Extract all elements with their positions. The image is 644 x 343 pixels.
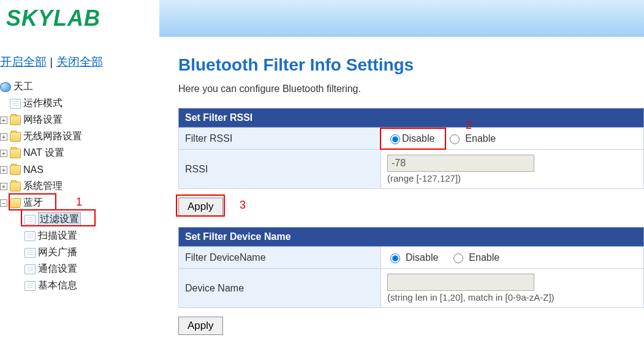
tree-item-wireless[interactable]: 无线网路设置: [23, 130, 82, 143]
header-banner: [159, 0, 644, 37]
rssi-input[interactable]: [387, 155, 534, 172]
tree-item-nat[interactable]: NAT 设置: [23, 147, 64, 160]
page-icon: [25, 231, 36, 241]
filter-rssi-header: Set Filter RSSI: [179, 109, 644, 128]
folder-icon: [10, 182, 21, 191]
expand-icon[interactable]: +: [0, 150, 7, 157]
apply-devicename-button[interactable]: Apply: [178, 317, 223, 335]
filter-rssi-label: Filter RSSI: [179, 128, 381, 150]
brand-logo: SKYLAB: [6, 5, 135, 32]
logo-area: SKYLAB: [0, 0, 159, 37]
nav-tree: 天工 运作模式 + 网络设置 + 无线网路设置 + NAT 设置: [0, 79, 149, 294]
page-icon: [25, 281, 36, 291]
devicename-input[interactable]: [387, 274, 534, 291]
enable-label: Enable: [469, 252, 499, 263]
filter-devicename-disable-radio[interactable]: [390, 253, 400, 263]
filter-devicename-header: Set Filter Device Name: [179, 228, 644, 247]
devicename-label: Device Name: [179, 269, 381, 308]
tree-item-network[interactable]: 网络设置: [23, 114, 63, 126]
expand-all-link[interactable]: 开启全部: [0, 55, 47, 68]
filter-devicename-label: Filter DeviceName: [179, 247, 381, 269]
page-icon: [25, 264, 36, 274]
folder-icon: [10, 165, 21, 175]
annotation-1: 1: [76, 196, 82, 209]
globe-icon: [0, 82, 11, 92]
tree-item-nas[interactable]: NAS: [23, 164, 44, 175]
folder-open-icon: [9, 198, 21, 208]
filter-rssi-enable-radio[interactable]: [450, 134, 460, 144]
expand-icon[interactable]: +: [0, 183, 7, 190]
filter-devicename-enable-radio[interactable]: [453, 253, 463, 263]
svg-text:SKYLAB: SKYLAB: [6, 6, 100, 31]
expand-icon[interactable]: +: [0, 133, 7, 141]
collapse-all-link[interactable]: 关闭全部: [56, 55, 103, 68]
tree-item-comm-settings[interactable]: 通信设置: [38, 263, 77, 276]
rssi-hint: (range [-127,127]): [387, 173, 637, 183]
expand-icon[interactable]: +: [0, 117, 7, 124]
filter-rssi-table: Set Filter RSSI Filter RSSI Disable Enab…: [178, 108, 644, 189]
filter-rssi-disable-radio[interactable]: [390, 134, 400, 144]
folder-icon: [10, 148, 21, 158]
page-icon: [25, 248, 36, 258]
annotation-3: 3: [240, 199, 246, 212]
apply-rssi-button[interactable]: Apply: [178, 198, 223, 216]
tree-item-scan-settings[interactable]: 扫描设置: [38, 229, 77, 242]
filter-devicename-table: Set Filter Device Name Filter DeviceName…: [178, 227, 644, 308]
sidebar: 开启全部 | 关闭全部 天工 运作模式 + 网络设置 + 无线网: [0, 37, 154, 343]
annotation-2: 2: [466, 119, 472, 132]
collapse-icon[interactable]: −: [0, 199, 7, 207]
enable-label: Enable: [465, 133, 496, 144]
main-content: Bluetooth Filter Info Settings Here you …: [154, 37, 644, 343]
rssi-label: RSSI: [179, 150, 381, 189]
page-icon: [10, 99, 21, 109]
tree-item-bluetooth[interactable]: 蓝牙: [23, 196, 43, 209]
tree-item-mode[interactable]: 运作模式: [23, 97, 63, 110]
disable-label: Disable: [402, 133, 434, 144]
folder-icon: [10, 132, 21, 142]
folder-icon: [10, 115, 21, 125]
expand-icon[interactable]: +: [0, 166, 7, 174]
tree-item-system[interactable]: 系统管理: [23, 180, 63, 193]
tree-item-filter-settings[interactable]: 过滤设置: [38, 212, 81, 226]
devicename-hint: (string len in [1,20], match in [0-9a-zA…: [387, 292, 637, 303]
page-icon: [25, 215, 36, 225]
tree-root[interactable]: 天工: [13, 80, 33, 93]
page-title: Bluetooth Filter Info Settings: [178, 55, 644, 75]
tree-item-gateway-adv[interactable]: 网关广播: [38, 246, 77, 259]
disable-label: Disable: [406, 252, 438, 263]
tree-item-basic-info[interactable]: 基本信息: [38, 279, 77, 292]
page-description: Here you can configure Bluetooth filteri…: [178, 83, 644, 94]
